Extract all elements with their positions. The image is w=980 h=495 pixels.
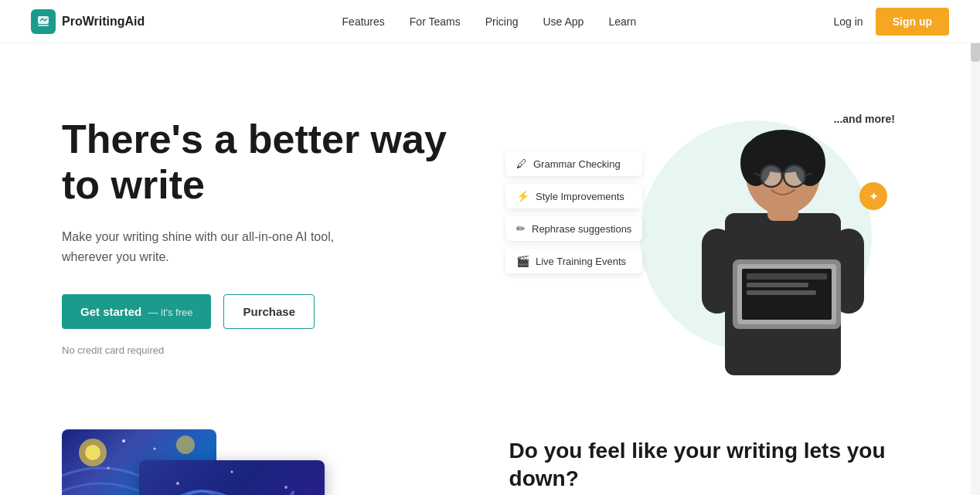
hero-title: There's a better way to write	[62, 117, 464, 209]
svg-rect-18	[747, 273, 827, 280]
second-right: Do you feel like your writing lets you d…	[509, 429, 937, 495]
hero-right: ...and more! ✦	[490, 90, 918, 383]
svg-point-22	[85, 445, 100, 460]
svg-rect-3	[702, 229, 733, 314]
navbar-right: Log in Sign up	[834, 8, 949, 36]
logo-text: ProWritingAid	[62, 15, 145, 29]
svg-rect-1	[38, 25, 49, 26]
second-section: My idea in my head Do you feel like your…	[0, 414, 980, 495]
svg-point-10	[761, 165, 782, 187]
style-icon: ⚡	[516, 190, 529, 202]
nav-features[interactable]: Features	[342, 15, 385, 28]
svg-point-26	[107, 467, 110, 470]
svg-point-11	[784, 165, 805, 187]
navbar: ProWritingAid Features For Teams Pricing…	[0, 0, 980, 43]
pill-training: 🎬 Live Training Events	[505, 249, 642, 273]
hero-left: There's a better way to write Make your …	[62, 117, 464, 357]
get-started-button[interactable]: Get started — it's free	[62, 294, 211, 329]
svg-rect-19	[747, 283, 808, 287]
svg-point-24	[122, 439, 125, 442]
logo-link[interactable]: ProWritingAid	[31, 9, 145, 34]
hero-buttons: Get started — it's free Purchase	[62, 294, 464, 329]
second-left: My idea in my head	[62, 429, 447, 495]
logo-icon	[31, 9, 56, 34]
rephrase-icon: ✏	[516, 222, 526, 235]
pill-grammar: 🖊 Grammar Checking	[505, 151, 642, 176]
no-credit-text: No credit card required	[62, 344, 464, 356]
hero-subtitle: Make your writing shine with our all-in-…	[62, 227, 371, 266]
svg-point-25	[154, 448, 156, 450]
scrollbar-track[interactable]	[971, 0, 980, 495]
nav-pricing[interactable]: Pricing	[485, 15, 519, 28]
pill-style: ⚡ Style Improvements	[505, 184, 642, 209]
hero-section: There's a better way to write Make your …	[0, 43, 980, 414]
svg-rect-20	[747, 290, 816, 295]
svg-point-23	[176, 436, 195, 454]
login-link[interactable]: Log in	[834, 15, 863, 28]
purchase-button[interactable]: Purchase	[223, 294, 315, 329]
artwork-front	[139, 460, 325, 495]
nav-for-teams[interactable]: For Teams	[410, 15, 461, 28]
page-wrapper[interactable]: ProWritingAid Features For Teams Pricing…	[0, 0, 980, 495]
training-icon: 🎬	[516, 255, 529, 267]
person-illustration	[694, 105, 872, 375]
nav-learn[interactable]: Learn	[608, 15, 636, 28]
grammar-icon: 🖊	[516, 158, 527, 170]
feature-pills: 🖊 Grammar Checking ⚡ Style Improvements …	[505, 151, 642, 273]
nav-links: Features For Teams Pricing Use App Learn	[342, 15, 637, 29]
nav-use-app[interactable]: Use App	[543, 15, 584, 28]
svg-point-33	[284, 486, 288, 489]
pill-rephrase: ✏ Rephrase suggestions	[505, 216, 642, 241]
artwork-stack: My idea in my head	[62, 429, 356, 495]
svg-point-32	[231, 471, 233, 473]
second-section-title: Do you feel like your writing lets you d…	[509, 437, 937, 493]
signup-button[interactable]: Sign up	[876, 8, 949, 36]
svg-point-31	[176, 482, 179, 485]
